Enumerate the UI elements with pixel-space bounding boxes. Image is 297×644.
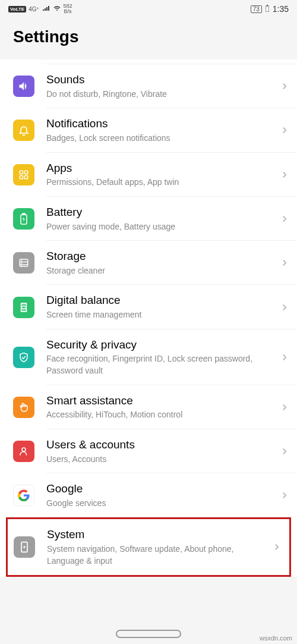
battery-icon [13,208,34,230]
chevron-right-icon [279,81,290,92]
svg-rect-0 [266,6,269,12]
row-title: Storage [46,249,274,264]
chevron-right-icon [279,352,290,363]
row-notifications[interactable]: Notifications Badges, Lock screen notifi… [0,108,297,152]
row-title: Apps [46,161,274,176]
settings-list[interactable]: Sounds Do not disturb, Ringtone, Vibrate… [0,64,297,577]
chevron-right-icon [279,446,290,457]
row-subtitle: Permissions, Default apps, App twin [46,177,274,189]
storage-icon [13,252,34,274]
row-battery[interactable]: Battery Power saving mode, Battery usage [0,197,297,241]
row-title: Battery [46,205,274,220]
chevron-right-icon [279,213,290,224]
row-subtitle: Screen time management [46,309,274,321]
row-users[interactable]: Users & accounts Users, Accounts [0,429,297,473]
system-icon [14,536,35,558]
row-subtitle: Storage cleaner [46,265,274,277]
chevron-right-icon [279,302,290,313]
row-subtitle: Badges, Lock screen notifications [46,133,274,144]
signal-icon [42,5,50,13]
chevron-right-icon [271,542,282,552]
watermark: wsxdn.com [260,634,292,642]
svg-rect-7 [23,213,25,215]
row-security[interactable]: Security & privacy Face recognition, Fin… [0,329,297,385]
wifi-icon [53,5,61,13]
chevron-right-icon [279,125,290,136]
status-right: 73 1:35 [251,4,289,14]
volte-badge: VoLTE [8,6,26,12]
svg-point-16 [24,547,25,548]
svg-rect-5 [25,175,28,178]
svg-point-11 [21,260,22,261]
sounds-icon [13,76,34,97]
users-icon [13,441,34,462]
row-smart-assistance[interactable]: Smart assistance Accessibility, HiTouch,… [0,385,297,429]
digital-balance-icon [13,297,34,318]
chevron-right-icon [279,490,290,501]
row-title: System [47,527,267,542]
svg-rect-2 [20,171,23,174]
row-google[interactable]: Google Google services [0,473,297,517]
svg-rect-1 [267,5,268,6]
svg-point-13 [21,266,22,266]
notifications-icon [13,120,34,141]
row-system[interactable]: System System navigation, Software updat… [8,519,289,575]
row-sounds[interactable]: Sounds Do not disturb, Ringtone, Vibrate [0,64,297,108]
row-title: Security & privacy [46,338,274,353]
apps-icon [13,164,34,186]
system-highlight: System System navigation, Software updat… [6,517,291,577]
row-storage[interactable]: Storage Storage cleaner [0,241,297,285]
row-subtitle: System navigation, Software update, Abou… [47,544,267,567]
row-title: Users & accounts [46,438,274,453]
chevron-right-icon [279,169,290,180]
svg-point-12 [21,263,22,264]
row-title: Notifications [46,117,274,131]
network-type: 4G⁺ [29,6,39,12]
row-subtitle: Google services [46,498,274,510]
svg-rect-3 [25,171,28,174]
row-digital-balance[interactable]: Digital balance Screen time management [0,285,297,329]
network-speed: 582B/s [64,4,72,14]
google-icon [13,485,34,506]
status-bar: VoLTE 4G⁺ 582B/s 73 1:35 [0,0,297,18]
page-title: Settings [0,18,297,59]
battery-icon [266,5,269,14]
row-subtitle: Power saving mode, Battery usage [46,221,274,233]
svg-point-14 [22,448,26,451]
row-subtitle: Face recognition, Fingerprint ID, Lock s… [46,353,274,376]
row-subtitle: Users, Accounts [46,454,274,466]
smart-assistance-icon [13,397,34,418]
status-left: VoLTE 4G⁺ 582B/s [8,4,72,14]
svg-rect-4 [20,175,23,178]
row-subtitle: Do not disturb, Ringtone, Vibrate [46,89,274,100]
row-title: Digital balance [46,293,274,308]
chevron-right-icon [279,402,290,413]
partial-prev-row [46,59,297,64]
row-subtitle: Accessibility, HiTouch, Motion control [46,409,274,421]
row-apps[interactable]: Apps Permissions, Default apps, App twin [0,153,297,197]
clock: 1:35 [273,4,289,14]
chevron-right-icon [279,257,290,268]
gesture-nav-pill[interactable] [116,630,181,638]
row-title: Smart assistance [46,394,274,409]
security-icon [13,347,34,368]
row-title: Google [46,482,274,497]
battery-indicator: 73 [251,5,262,13]
row-title: Sounds [46,73,274,87]
